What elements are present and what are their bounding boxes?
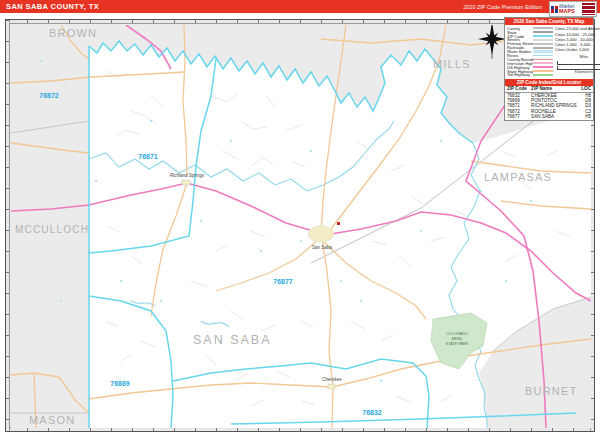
zip-label-76877: 76877	[273, 278, 293, 285]
legend-swatch	[533, 70, 553, 72]
legend-swatch	[533, 50, 553, 53]
zip-index-table: ZIP Code ZIP Name LOC 76832CHEROKEEH8 76…	[505, 86, 593, 119]
town-label-richland-springs: Richland Springs	[170, 173, 205, 178]
park-label-line3: STATE PARK	[446, 342, 469, 346]
county-title: SAN SABA COUNTY, TX	[6, 2, 99, 11]
legend-swatch	[533, 43, 553, 45]
grid-ruler-left	[6, 20, 10, 431]
scale-bar: Miles Kilometers	[555, 55, 600, 74]
legend-swatch	[533, 35, 553, 37]
edition-label: 2020 ZIP Code Premium Edition	[463, 4, 542, 10]
marketmaps-logo: Market MAPS	[549, 1, 597, 17]
poi-icon	[337, 222, 340, 225]
town-label-cherokee: Cherokee	[322, 377, 342, 382]
legend-swatch	[533, 59, 553, 60]
city-size-row: Cities Under 1,000City	[555, 47, 600, 52]
park-label-line1: COLORADO	[446, 332, 468, 336]
legend-swatch	[533, 55, 553, 57]
legend-symbol-list: County State ZIP Code Streets Primary St…	[507, 26, 553, 77]
park-label-line2: BEND	[452, 337, 463, 341]
legend-title: 2020 San Saba County, TX Map	[505, 18, 593, 25]
county-label-mills: MILLS	[433, 58, 471, 70]
scale-km-label: Kilometers	[555, 70, 600, 75]
county-label-burnet: BURNET	[525, 385, 577, 397]
zip-label-76832: 76832	[362, 409, 382, 416]
title-banner: SAN SABA COUNTY, TX 2020 ZIP Code Premiu…	[0, 0, 600, 13]
zip-index-title: ZIP Code Index/Grid Locator	[505, 79, 593, 86]
county-label-mcculloch: MCCULLOCH	[15, 224, 89, 235]
legend-swatch	[533, 39, 553, 41]
map-poster: SAN SABA COUNTY, TX 2020 ZIP Code Premiu…	[0, 0, 600, 436]
legend-swatch	[533, 62, 553, 64]
logo-side-block	[582, 3, 595, 15]
town-label-san-saba: San Saba	[312, 245, 332, 250]
legend-item: Toll Highway	[507, 73, 553, 77]
county-label-brown: BROWN	[49, 27, 97, 39]
county-label-mason: MASON	[29, 414, 75, 426]
scale-bar-km	[557, 67, 600, 70]
scale-bar-miles	[557, 62, 600, 65]
logo-brand-bottom: MAPS	[559, 9, 575, 15]
legend-swatch	[533, 27, 553, 29]
table-row: 76877SAN SABAH5	[505, 114, 593, 119]
legend-swatch	[533, 47, 553, 49]
county-label-san-saba: SAN SABA	[193, 333, 272, 347]
county-label-lampasas: LAMPASAS	[484, 171, 552, 183]
legend-panel: 2020 San Saba County, TX Map County Stat…	[504, 17, 594, 121]
legend-swatch	[533, 31, 553, 33]
legend-swatch	[533, 74, 553, 76]
legend-swatch	[533, 66, 553, 68]
zip-label-76871: 76871	[138, 153, 158, 160]
logo-grid-icon	[551, 6, 558, 13]
zip-label-76869: 76869	[110, 380, 130, 387]
legend-city-sizes: Cities 25,000 and AboveCity Cities 10,00…	[555, 26, 600, 77]
zip-label-76872: 76872	[39, 92, 59, 99]
scale-miles-label: Miles	[555, 55, 600, 60]
